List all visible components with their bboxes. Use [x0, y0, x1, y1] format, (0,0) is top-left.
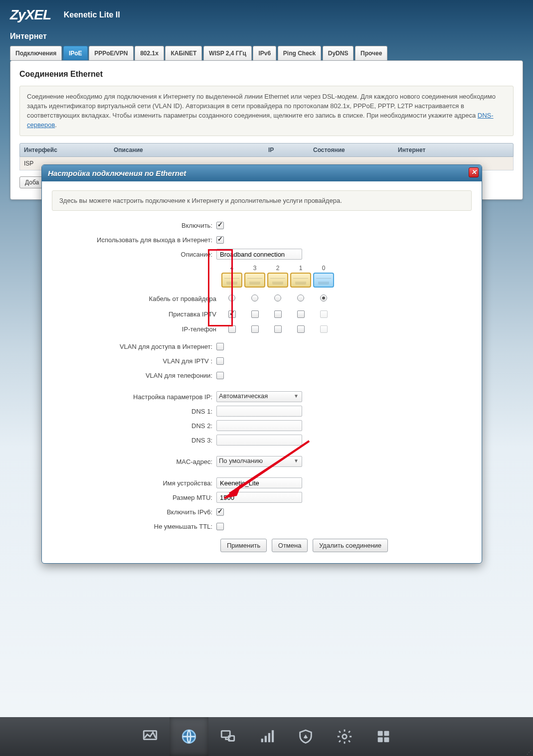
ethernet-wan-port-icon [313, 273, 334, 288]
label-vlan-internet: VLAN для доступа в Интернет: [52, 343, 216, 350]
label-ip-phone: IP-телефон [52, 325, 220, 333]
label-description: Описание: [52, 251, 216, 258]
label-mtu: Размер MTU: [52, 494, 216, 501]
svg-point-11 [342, 735, 347, 739]
use-internet-checkbox[interactable] [216, 236, 224, 244]
resize-grip-icon: ⋰ [527, 750, 532, 755]
port-numbers: 4 3 2 1 0 [220, 265, 472, 272]
modal-title: Настройка подключения по Ethernet ✕ [42, 165, 482, 181]
label-dns2: DNS 2: [52, 422, 216, 430]
modal-overlay: Настройка подключения по Ethernet ✕ Здес… [0, 0, 533, 756]
ipphone-port3-checkbox[interactable] [251, 325, 259, 333]
cancel-button[interactable]: Отмена [272, 539, 308, 552]
label-iptv-box: Приставка IPTV [52, 310, 220, 318]
svg-rect-7 [261, 739, 263, 742]
label-dns1: DNS 1: [52, 408, 216, 415]
provider-cable-port0-radio[interactable] [320, 295, 327, 302]
ipphone-port0-checkbox[interactable] [320, 325, 328, 333]
close-icon[interactable]: ✕ [469, 167, 479, 177]
ipphone-port1-checkbox[interactable] [297, 325, 305, 333]
ethernet-port-icon [267, 273, 288, 288]
label-vlan-phone: VLAN для телефонии: [52, 372, 216, 379]
label-vlan-iptv: VLAN для IPTV : [52, 357, 216, 365]
dns3-input[interactable] [216, 435, 302, 446]
provider-cable-port4-radio[interactable] [228, 295, 235, 302]
provider-cable-port3-radio[interactable] [251, 295, 258, 302]
port-num-0: 0 [312, 265, 335, 272]
no-decrease-ttl-checkbox[interactable] [216, 523, 224, 530]
iptv-port0-checkbox[interactable] [320, 310, 328, 318]
dock-shield-icon[interactable] [286, 717, 325, 756]
ethernet-port-icon [244, 273, 265, 288]
label-ip-params: Настройка параметров IP: [52, 393, 216, 401]
description-input[interactable] [216, 249, 302, 260]
ethernet-port-icon [290, 273, 311, 288]
device-name-input[interactable] [216, 477, 302, 488]
label-no-decrease-ttl: Не уменьшать TTL: [52, 523, 216, 530]
label-provider-cable: Кабель от провайдера [52, 295, 220, 302]
ip-params-select[interactable]: Автоматическая [216, 391, 302, 402]
dock-apps-icon[interactable] [364, 717, 403, 756]
port-num-3: 3 [243, 265, 266, 272]
svg-rect-12 [377, 731, 382, 736]
dock-globe-icon[interactable] [170, 717, 208, 756]
label-use-internet: Использовать для выхода в Интернет: [52, 236, 216, 244]
mac-select[interactable]: По умолчанию [216, 456, 302, 467]
provider-cable-port1-radio[interactable] [297, 295, 304, 302]
svg-rect-15 [384, 737, 389, 742]
dock-signal-icon[interactable] [247, 717, 286, 756]
vlan-iptv-checkbox[interactable] [216, 357, 224, 365]
iptv-port3-checkbox[interactable] [251, 310, 259, 318]
ethernet-connection-modal: Настройка подключения по Ethernet ✕ Здес… [41, 164, 482, 564]
ipphone-port2-checkbox[interactable] [274, 325, 282, 333]
label-mac: MAC-адрес: [52, 458, 216, 465]
port-num-4: 4 [220, 265, 243, 272]
label-enable: Включить: [52, 222, 216, 229]
ipphone-port4-checkbox[interactable] [228, 325, 236, 333]
enable-checkbox[interactable] [216, 222, 224, 229]
dock-monitor-icon[interactable] [131, 717, 170, 756]
dns2-input[interactable] [216, 420, 302, 431]
label-dns3: DNS 3: [52, 437, 216, 444]
bottom-dock: ⋰ [0, 717, 533, 756]
modal-title-text: Настройка подключения по Ethernet [48, 169, 186, 177]
svg-rect-13 [384, 731, 389, 736]
label-device-name: Имя устройства: [52, 479, 216, 487]
vlan-internet-checkbox[interactable] [216, 343, 224, 350]
iptv-port4-checkbox[interactable] [228, 310, 236, 318]
dock-network-icon[interactable] [208, 717, 247, 756]
vlan-phone-checkbox[interactable] [216, 372, 224, 379]
svg-rect-10 [271, 730, 273, 742]
port-num-1: 1 [289, 265, 312, 272]
dns1-input[interactable] [216, 406, 302, 417]
mtu-input[interactable] [216, 492, 302, 503]
delete-connection-button[interactable]: Удалить соединение [313, 539, 388, 552]
apply-button[interactable]: Применить [220, 539, 267, 552]
iptv-port2-checkbox[interactable] [274, 310, 282, 318]
svg-rect-14 [377, 737, 382, 742]
label-enable-ipv6: Включить IPv6: [52, 508, 216, 516]
ethernet-port-icon [221, 273, 242, 288]
dock-gear-icon[interactable] [325, 717, 364, 756]
svg-rect-8 [264, 736, 266, 743]
svg-rect-9 [268, 733, 270, 742]
iptv-port1-checkbox[interactable] [297, 310, 305, 318]
enable-ipv6-checkbox[interactable] [216, 508, 224, 516]
modal-info: Здесь вы можете настроить подключение к … [52, 190, 472, 211]
provider-cable-port2-radio[interactable] [274, 295, 281, 302]
port-num-2: 2 [266, 265, 289, 272]
port-icons [220, 273, 472, 288]
